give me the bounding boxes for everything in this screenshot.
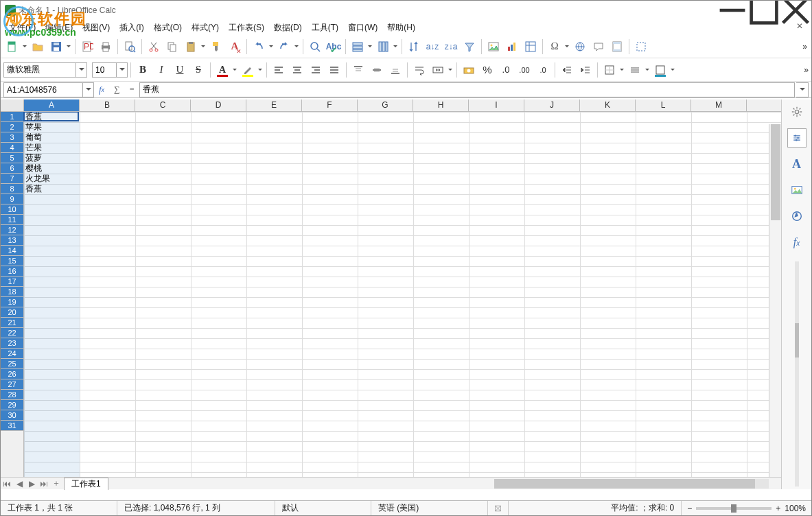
menu-edit[interactable]: 编辑(E): [41, 21, 77, 35]
menu-format[interactable]: 格式(O): [150, 21, 186, 35]
font-color-dropdown[interactable]: [231, 67, 238, 73]
currency-button[interactable]: [460, 61, 478, 79]
sort-desc-button[interactable]: z↓a: [442, 38, 460, 56]
row-header-14[interactable]: 14: [1, 246, 23, 256]
menu-window[interactable]: 窗口(W): [344, 21, 382, 35]
clone-format-button[interactable]: [207, 38, 225, 56]
column-header-E[interactable]: E: [246, 99, 302, 111]
row-ops-button[interactable]: [349, 38, 367, 56]
col-ops-button[interactable]: [374, 38, 392, 56]
redo-button[interactable]: [275, 38, 293, 56]
row-header-24[interactable]: 24: [1, 349, 23, 359]
highlight-dropdown[interactable]: [257, 67, 264, 73]
navigator-icon[interactable]: [787, 207, 807, 226]
percent-button[interactable]: %: [478, 61, 496, 79]
italic-button[interactable]: I: [152, 61, 170, 79]
zoom-value[interactable]: 100%: [785, 504, 806, 513]
align-top-button[interactable]: [349, 61, 367, 79]
cell-A3[interactable]: 葡萄: [24, 132, 80, 143]
maximize-button[interactable]: [748, 1, 780, 20]
name-box-dropdown[interactable]: [82, 83, 93, 97]
sum-button[interactable]: ∑: [109, 82, 124, 97]
toolbar-overflow-icon[interactable]: »: [802, 42, 807, 51]
row-header-21[interactable]: 21: [1, 318, 23, 328]
row-header-9[interactable]: 9: [1, 194, 23, 204]
row-header-6[interactable]: 6: [1, 163, 23, 174]
status-signature[interactable]: [488, 501, 509, 516]
close-button[interactable]: [780, 1, 811, 20]
column-header-K[interactable]: K: [580, 99, 636, 111]
cells-area[interactable]: 香蕉苹果葡萄芒果菠萝樱桃火龙果香蕉: [24, 112, 781, 489]
row-dropdown[interactable]: [367, 43, 373, 49]
sort-asc-button[interactable]: a↓z: [424, 38, 441, 56]
gallery-icon[interactable]: [787, 180, 807, 200]
tab-last-button[interactable]: ⏭: [38, 478, 50, 490]
find-button[interactable]: [306, 38, 324, 56]
column-header-I[interactable]: I: [469, 99, 524, 111]
cut-button[interactable]: [145, 38, 163, 56]
row-header-3[interactable]: 3: [1, 132, 23, 143]
menu-file[interactable]: 文件(F): [5, 21, 40, 35]
font-size-dropdown[interactable]: [116, 63, 127, 77]
menu-tools[interactable]: 工具(T): [308, 21, 343, 35]
formula-input[interactable]: [143, 85, 791, 95]
align-center-button[interactable]: [288, 61, 306, 79]
row-header-19[interactable]: 19: [1, 297, 23, 307]
undo-dropdown[interactable]: [268, 43, 275, 49]
cell-A4[interactable]: 芒果: [24, 143, 80, 153]
status-language[interactable]: 英语 (美国): [371, 501, 488, 516]
sheet-tab-1[interactable]: 工作表1: [64, 478, 108, 490]
cell-A1[interactable]: 香蕉: [24, 112, 80, 122]
vertical-scrollbar[interactable]: [769, 124, 781, 477]
functions-icon[interactable]: fx: [787, 233, 807, 252]
row-header-23[interactable]: 23: [1, 338, 23, 349]
merge-cells-button[interactable]: [429, 61, 447, 79]
row-header-11[interactable]: 11: [1, 215, 23, 225]
row-header-2[interactable]: 2: [1, 122, 23, 132]
tab-first-button[interactable]: ⏮: [1, 478, 13, 490]
insert-hyperlink-button[interactable]: [571, 38, 589, 56]
menu-insert[interactable]: 插入(I): [115, 21, 148, 35]
function-wizard-button[interactable]: fx: [94, 82, 109, 97]
name-box-input[interactable]: [4, 83, 82, 97]
status-stats[interactable]: 平均值: ；求和: 0: [509, 501, 682, 516]
row-header-26[interactable]: 26: [1, 369, 23, 379]
font-name-combo[interactable]: [3, 62, 87, 78]
paste-dropdown[interactable]: [200, 43, 207, 49]
special-dropdown[interactable]: [564, 43, 570, 49]
add-sheet-button[interactable]: ＋: [50, 478, 62, 490]
inc-indent-button[interactable]: [558, 61, 576, 79]
column-header-M[interactable]: M: [691, 99, 747, 111]
border-style-button[interactable]: [626, 61, 644, 79]
font-size-combo[interactable]: [92, 62, 128, 78]
hscroll-thumb[interactable]: [494, 479, 755, 489]
formula-input-wrap[interactable]: [139, 82, 795, 97]
row-header-29[interactable]: 29: [1, 400, 23, 410]
sidebar-scroll-track[interactable]: [795, 261, 799, 486]
insert-special-button[interactable]: Ω: [546, 38, 564, 56]
copy-button[interactable]: [163, 38, 181, 56]
bold-button[interactable]: B: [134, 61, 152, 79]
border-color-dropdown[interactable]: [669, 67, 676, 73]
font-name-input[interactable]: [4, 63, 76, 77]
sidebar-scroll-thumb[interactable]: [795, 323, 799, 357]
column-header-J[interactable]: J: [524, 99, 580, 111]
sort-button[interactable]: [405, 38, 423, 56]
row-header-12[interactable]: 12: [1, 225, 23, 235]
clear-format-button[interactable]: A✕: [226, 38, 244, 56]
row-header-4[interactable]: 4: [1, 143, 23, 153]
horizontal-scrollbar[interactable]: [494, 479, 769, 489]
highlight-button[interactable]: [239, 61, 257, 79]
column-header-B[interactable]: B: [80, 99, 135, 111]
open-button[interactable]: [29, 38, 47, 56]
equals-button[interactable]: =: [124, 82, 139, 97]
row-header-13[interactable]: 13: [1, 235, 23, 246]
spellcheck-button[interactable]: Abc✔: [325, 38, 343, 56]
column-header-G[interactable]: G: [358, 99, 413, 111]
dec-decimal-button[interactable]: .0: [534, 61, 552, 79]
define-print-area-button[interactable]: [632, 38, 650, 56]
row-header-15[interactable]: 15: [1, 256, 23, 266]
column-header-L[interactable]: L: [636, 99, 691, 111]
tab-prev-button[interactable]: ◀: [13, 478, 25, 490]
strike-button[interactable]: S: [189, 61, 207, 79]
